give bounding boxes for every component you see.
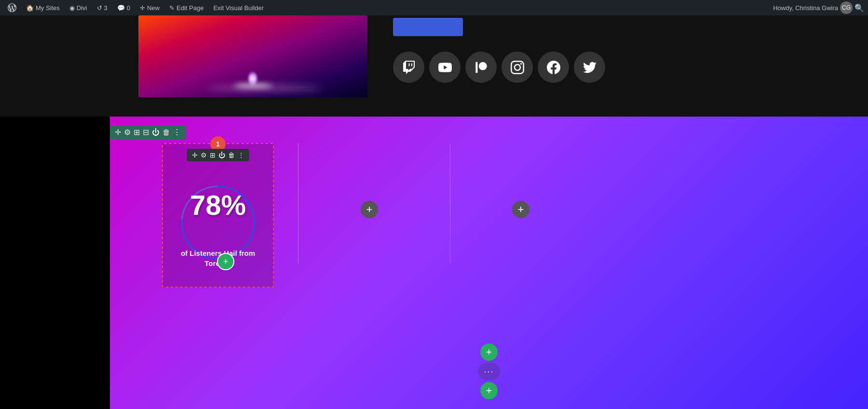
edit-page-link[interactable]: ✎ Edit Page: [165, 0, 207, 15]
column-divider-1: [298, 143, 298, 264]
module-settings-icon[interactable]: ⚙: [201, 151, 207, 159]
percentage-text: 78%: [190, 191, 246, 219]
module-delete-icon[interactable]: 🗑: [228, 151, 235, 159]
module-toolbar: ✛ ⚙ ⊞ ⏻ 🗑 ⋮: [187, 149, 249, 161]
new-menu[interactable]: ✛ New: [136, 0, 163, 15]
exit-visual-builder-link[interactable]: Exit Visual Builder: [209, 0, 268, 15]
patreon-icon-btn[interactable]: [465, 52, 497, 83]
module-add-icon[interactable]: ✛: [192, 151, 198, 159]
house-icon: 🏠: [26, 4, 34, 12]
instagram-icon-btn[interactable]: [502, 52, 533, 83]
add-section-below-button[interactable]: +: [480, 382, 498, 399]
comments-menu[interactable]: 💬 0: [113, 0, 134, 15]
module-add-center-button[interactable]: +: [217, 253, 234, 270]
avatar[interactable]: CG: [840, 1, 853, 14]
my-sites-menu[interactable]: 🏠 My Sites: [22, 0, 64, 15]
pencil-icon: ✎: [169, 4, 175, 12]
dots-icon: ···: [484, 367, 494, 377]
youtube-icon-btn[interactable]: [429, 52, 461, 83]
plus-icon: +: [223, 257, 229, 267]
divi-icon: ◉: [69, 4, 75, 12]
user-info: Howdy, Christina Gwira CG 🔍: [773, 1, 864, 14]
hero-image: [138, 15, 367, 97]
plus-icon: +: [486, 346, 492, 358]
twitch-icon-btn[interactable]: [393, 52, 424, 83]
comment-icon: 💬: [117, 4, 125, 12]
column-add-button-2[interactable]: +: [512, 201, 529, 218]
bottom-buttons: + ··· +: [478, 343, 500, 399]
row-duplicate-icon[interactable]: ⊞: [134, 128, 140, 137]
revisions-icon: ↺: [97, 4, 102, 12]
plus-icon: +: [486, 384, 492, 397]
twitter-icon-btn[interactable]: [574, 52, 605, 83]
module-disable-icon[interactable]: ⏻: [218, 151, 225, 159]
column-divider-2: [450, 143, 450, 264]
facebook-icon-btn[interactable]: [538, 52, 569, 83]
row-more-icon[interactable]: ⋮: [173, 128, 181, 137]
plus-icon: +: [518, 203, 524, 216]
admin-bar: 🏠 My Sites ◉ Divi ↺ 3 💬 0 ✛ New ✎ Edit P…: [0, 0, 868, 15]
divi-menu[interactable]: ◉ Divi: [66, 0, 91, 15]
module-duplicate-icon[interactable]: ⊞: [210, 151, 216, 159]
module-more-icon[interactable]: ⋮: [238, 151, 244, 159]
plus-icon: +: [366, 203, 373, 216]
row-columns-icon[interactable]: ⊟: [143, 128, 149, 137]
page-content: ✛ ⚙ ⊞ ⊟ ⏻ 🗑 ⋮ 1 ✛ ⚙ ⊞ ⏻ 🗑 ⋮: [0, 15, 868, 409]
plus-icon: ✛: [140, 4, 145, 12]
social-icons-row: [393, 52, 605, 83]
search-icon[interactable]: 🔍: [854, 3, 864, 13]
row-disable-icon[interactable]: ⏻: [152, 128, 160, 137]
add-section-above-button[interactable]: +: [480, 343, 498, 361]
top-section: [0, 15, 868, 117]
section-options-button[interactable]: ···: [478, 363, 500, 380]
row-delete-icon[interactable]: 🗑: [163, 128, 170, 137]
row-add-icon[interactable]: ✛: [115, 128, 121, 137]
row-toolbar: ✛ ⚙ ⊞ ⊟ ⏻ 🗑 ⋮: [110, 125, 186, 139]
main-section: ✛ ⚙ ⊞ ⊟ ⏻ 🗑 ⋮ 1 ✛ ⚙ ⊞ ⏻ 🗑 ⋮: [110, 117, 868, 409]
revisions-menu[interactable]: ↺ 3: [93, 0, 111, 15]
blue-button[interactable]: [393, 18, 463, 36]
wordpress-logo[interactable]: [4, 0, 20, 15]
column-add-button-1[interactable]: +: [361, 201, 378, 218]
row-settings-icon[interactable]: ⚙: [124, 128, 131, 137]
